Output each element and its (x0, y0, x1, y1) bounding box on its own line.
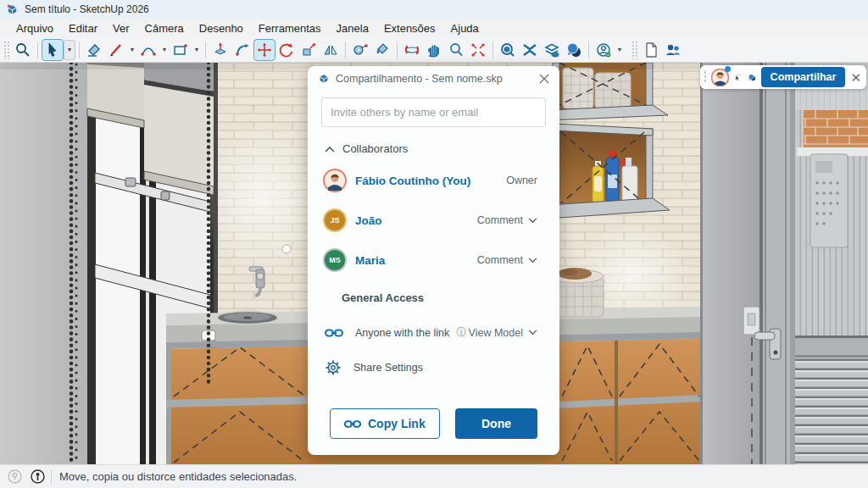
avatar-photo-icon (325, 170, 345, 191)
chat-icon[interactable] (563, 39, 585, 61)
sketchup-logo-icon (318, 73, 330, 85)
paint-bucket-tool-icon[interactable] (371, 39, 393, 61)
chevron-down-icon (528, 218, 537, 224)
menu-bar: Arquivo Editar Ver Câmera Desenho Ferram… (0, 19, 868, 37)
share-settings-label: Share Settings (353, 362, 423, 374)
pencil-tool-icon[interactable] (105, 39, 127, 61)
rectangle-dropdown[interactable]: ▼ (192, 41, 202, 59)
arcs-tool-icon[interactable] (137, 39, 159, 61)
collaborator-role-dropdown[interactable]: Comment (477, 214, 537, 226)
menu-ver[interactable]: Ver (105, 20, 137, 36)
collaborator-row-joao: JS João Comment (308, 206, 559, 235)
link-access-dropdown[interactable]: View Model (469, 327, 537, 339)
drag-handle-icon[interactable] (704, 70, 706, 84)
avatar-fabio (323, 169, 347, 192)
status-message: Move, copia ou distorce entidades seleci… (59, 470, 297, 483)
3d-warehouse-icon[interactable] (519, 39, 541, 61)
menu-extensoes[interactable]: Extensões (376, 20, 443, 36)
chevron-down-icon (528, 330, 537, 336)
menu-editar[interactable]: Editar (61, 20, 105, 36)
zoom-extents-tool-icon[interactable] (467, 39, 489, 61)
dialog-footer: Copy Link Done (308, 408, 559, 439)
status-divider (51, 469, 52, 485)
info-person-icon[interactable] (30, 469, 46, 485)
account-icon[interactable] (593, 39, 615, 61)
link-access-row: Anyone with the link ⓘ View Model (308, 325, 559, 340)
eraser-tool-icon[interactable] (83, 39, 105, 61)
pan-tool-icon[interactable] (423, 39, 445, 61)
info-icon[interactable]: ⓘ (456, 325, 466, 340)
status-bar: Move, copia ou distorce entidades seleci… (0, 464, 868, 488)
gear-icon (325, 359, 342, 376)
toolbar-separator (345, 42, 346, 58)
close-collab-bar-icon[interactable]: ✕ (850, 71, 861, 84)
share-settings-row[interactable]: Share Settings (308, 359, 559, 376)
rectangle-tool-icon[interactable] (170, 39, 192, 61)
menu-desenho[interactable]: Desenho (192, 20, 251, 36)
close-dialog-icon[interactable] (539, 74, 549, 84)
model-viewport[interactable]: Compartilhar ✕ Compartilhamento - Sem no… (0, 63, 868, 464)
scale-tool-icon[interactable] (298, 39, 320, 61)
flip-tool-icon[interactable] (320, 39, 342, 61)
link-icon (325, 327, 343, 339)
account-dropdown[interactable]: ▼ (615, 41, 625, 59)
menu-camera[interactable]: Câmera (137, 20, 192, 36)
chat-icon[interactable] (748, 69, 756, 86)
brick-through-glass (797, 110, 868, 156)
collaborator-role-dropdown[interactable]: Comment (477, 254, 537, 266)
toolbar-grip[interactable] (3, 41, 10, 59)
toolbar-separator (79, 42, 80, 58)
link-access-label: Anyone with the link (355, 327, 449, 339)
upper-shelves (548, 63, 670, 219)
done-button[interactable]: Done (455, 408, 537, 439)
copy-link-button[interactable]: Copy Link (330, 408, 440, 439)
general-access-label: General Access (342, 291, 424, 304)
tags-cloud-icon[interactable] (541, 39, 563, 61)
intercom-panel (810, 154, 848, 247)
collaborator-row-maria: MS Maria Comment (308, 246, 559, 274)
presence-cursor-icon[interactable] (734, 69, 742, 85)
rotate-tool-icon[interactable] (275, 39, 298, 61)
arcs-dropdown[interactable]: ▼ (159, 41, 170, 59)
select-dropdown[interactable]: ▼ (64, 40, 75, 60)
collaborators-header[interactable]: Collaborators (325, 142, 408, 155)
avatar-maria: MS (323, 248, 347, 272)
share-dialog-header: Compartilhamento - Sem nome.skp (308, 66, 559, 92)
toolbar-grip[interactable] (632, 41, 638, 59)
search-3d-warehouse-icon[interactable] (497, 39, 519, 61)
geolocation-icon[interactable] (7, 469, 23, 485)
collaborator-name: Fábio Coutinho (You) (355, 175, 506, 187)
user-avatar[interactable] (711, 69, 729, 86)
collaboration-bar: Compartilhar ✕ (700, 65, 866, 89)
sketchup-logo-icon (6, 3, 19, 16)
orbit-tool-icon[interactable] (401, 39, 423, 61)
collaborator-row-owner: Fábio Coutinho (You) Owner (308, 166, 559, 195)
new-file-icon[interactable] (640, 39, 662, 61)
follow-me-tool-icon[interactable] (231, 39, 253, 61)
share-dialog: Compartilhamento - Sem nome.skp Collabor… (308, 66, 559, 455)
move-tool-icon[interactable] (253, 39, 275, 61)
menu-janela[interactable]: Janela (329, 20, 376, 36)
share-with-people-icon[interactable] (662, 39, 684, 61)
menu-arquivo[interactable]: Arquivo (8, 20, 61, 36)
title-bar: Sem título - SketchUp 2026 (0, 0, 868, 19)
select-tool-icon[interactable] (42, 39, 64, 61)
avatar-initials: MS (329, 256, 341, 264)
presence-dot (725, 66, 731, 72)
menu-ferramentas[interactable]: Ferramentas (251, 20, 329, 36)
zoom-tool-icon[interactable] (445, 39, 467, 61)
left-wall (0, 63, 93, 464)
entry-door (754, 63, 868, 464)
share-dialog-title: Compartilhamento - Sem nome.skp (336, 73, 539, 85)
collaborator-name: Maria (355, 254, 477, 267)
pencil-dropdown[interactable]: ▼ (127, 41, 137, 59)
invite-input[interactable] (321, 97, 546, 127)
menu-ajuda[interactable]: Ajuda (443, 20, 487, 36)
share-button[interactable]: Compartilhar (761, 67, 846, 87)
collaborator-name: João (355, 214, 477, 227)
tape-measure-tool-icon[interactable] (349, 39, 371, 61)
search-tool-icon[interactable] (12, 39, 34, 61)
push-pull-tool-icon[interactable] (209, 39, 231, 61)
window-title: Sem título - SketchUp 2026 (25, 3, 149, 15)
avatar-joao: JS (323, 208, 347, 232)
